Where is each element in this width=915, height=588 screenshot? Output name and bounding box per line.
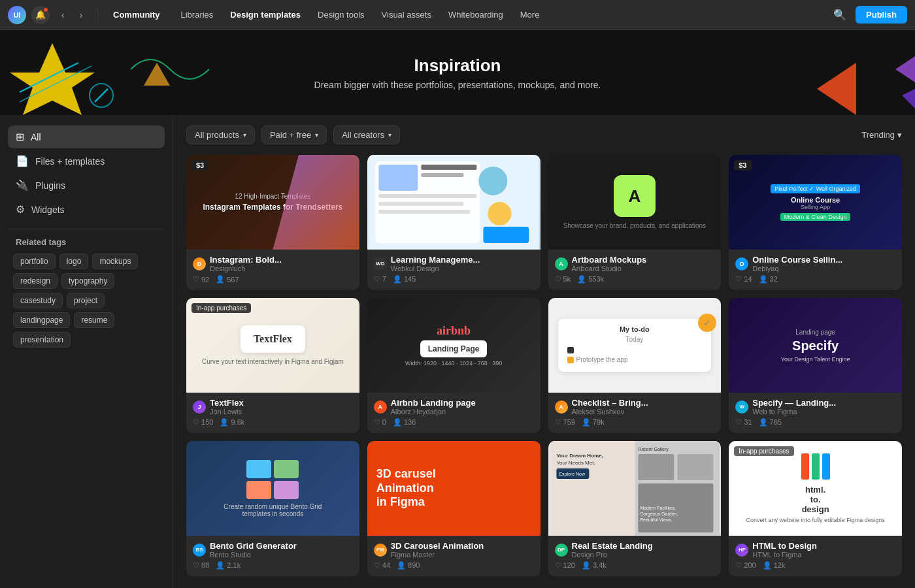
sidebar: ⊞ All 📄 Files + templates 🔌 Plugins ⚙ Wi…: [0, 115, 173, 588]
sidebar-item-files[interactable]: 📄 Files + templates: [8, 150, 165, 172]
svg-text:Your Needs Met.: Your Needs Met.: [556, 460, 595, 466]
sidebar-all-label: All: [31, 132, 41, 142]
sidebar-divider: [8, 229, 165, 229]
card-author: Figma Master: [391, 551, 484, 559]
card-lms[interactable]: WD Learning Manageme... Webkul Design ♡ …: [367, 155, 541, 290]
card-name: Specify — Landing...: [752, 398, 836, 408]
paid-free-filter[interactable]: Paid + free ▾: [261, 125, 327, 144]
publish-button[interactable]: Publish: [856, 6, 907, 24]
copies-stat: 👤 890: [397, 561, 420, 570]
copies-stat: 👤 145: [393, 275, 416, 284]
card-meta: A Checklist – Bring... Aleksei Sushkov: [555, 398, 715, 416]
design-tools-link[interactable]: Design tools: [310, 6, 373, 24]
forward-button[interactable]: ›: [73, 7, 89, 23]
back-button[interactable]: ‹: [55, 7, 71, 23]
hero-banner: Inspiration Dream bigger with these port…: [0, 30, 915, 115]
notification-dot: [43, 7, 48, 12]
more-link[interactable]: More: [512, 6, 548, 24]
card-info: A Airbnb Landing page Alborz Heydarjan ♡…: [367, 393, 541, 433]
card-3dcarousel[interactable]: 3D caruselAnimationin Figma FM 3D Carous…: [367, 441, 541, 576]
card-avatar: HF: [735, 544, 748, 557]
card-name: Airbnb Landing page: [391, 398, 476, 408]
community-link[interactable]: Community: [105, 6, 168, 24]
sidebar-item-plugins[interactable]: 🔌 Plugins: [8, 174, 165, 197]
card-info: WD Learning Manageme... Webkul Design ♡ …: [367, 250, 541, 290]
card-artboard[interactable]: A Showcase your brand, products, and app…: [548, 155, 722, 290]
tag-typography[interactable]: typography: [61, 273, 114, 289]
sort-button[interactable]: Trending ▾: [861, 130, 902, 140]
copies-stat: 👤 136: [393, 418, 416, 427]
tag-landingpage[interactable]: landingpage: [13, 312, 70, 328]
card-author: Jon Lewis: [210, 408, 244, 416]
tag-portfolio[interactable]: portfolio: [13, 253, 56, 269]
card-online-course[interactable]: $3 Pixel Perfect ✓ Well Organized Online…: [729, 155, 902, 290]
card-meta: WD Learning Manageme... Webkul Design: [374, 255, 534, 272]
card-avatar: FM: [374, 544, 387, 557]
whiteboarding-link[interactable]: Whiteboarding: [441, 6, 511, 24]
copies-stat: 👤 553k: [577, 275, 604, 284]
likes-stat: ♡ 14: [735, 275, 752, 284]
tag-presentation[interactable]: presentation: [13, 332, 71, 348]
card-instagram[interactable]: $3 12 High-Impact Templates Instagram Te…: [186, 155, 359, 290]
sidebar-item-widgets[interactable]: ⚙ Widgets: [8, 198, 165, 221]
card-author: HTML to Figma: [752, 551, 817, 559]
card-stats: ♡ 759 👤 79k: [555, 418, 715, 427]
card-bento[interactable]: Create random unique Bento Gridtemplates…: [186, 441, 359, 576]
creators-filter[interactable]: All creators ▾: [333, 125, 400, 144]
libraries-link[interactable]: Libraries: [173, 6, 222, 24]
card-checklist[interactable]: My to-do Today Prototype the app ✓ A Che…: [548, 298, 722, 433]
thumb-content: Pixel Perfect ✓ Well Organized Online Co…: [729, 155, 902, 250]
card-realestate[interactable]: Your Dream Home, Your Needs Met. Explore…: [548, 441, 722, 576]
tag-resume[interactable]: resume: [74, 312, 114, 328]
card-info: A Checklist – Bring... Aleksei Sushkov ♡…: [548, 393, 722, 433]
card-avatar: D: [193, 257, 206, 270]
card-htmlto[interactable]: In-app purchases html.to.design Convert …: [729, 441, 902, 576]
likes-stat: ♡ 44: [374, 561, 390, 570]
tag-logo[interactable]: logo: [59, 253, 89, 269]
card-meta: J TextFlex Jon Lewis: [193, 398, 353, 416]
tag-casestudy[interactable]: casestudy: [13, 293, 63, 308]
sidebar-plugins-label: Plugins: [35, 180, 65, 191]
sidebar-item-all[interactable]: ⊞ All: [8, 125, 165, 148]
cards-grid: $3 12 High-Impact Templates Instagram Te…: [186, 155, 902, 576]
card-avatar: BS: [193, 544, 206, 557]
tag-project[interactable]: project: [67, 293, 105, 308]
iap-badge: In-app purchases: [734, 446, 793, 456]
search-button[interactable]: 🔍: [829, 5, 850, 25]
visual-assets-link[interactable]: Visual assets: [374, 6, 439, 24]
notification-button[interactable]: 🔔: [31, 6, 50, 24]
thumb-content: [367, 155, 541, 250]
card-author: Webkul Design: [391, 265, 480, 272]
copy-icon: 👤: [216, 275, 225, 284]
likes-stat: ♡ 7: [374, 275, 386, 284]
card-author: Designluch: [210, 265, 282, 272]
iap-badge: In-app purchases: [191, 303, 251, 313]
tag-mockups[interactable]: mockups: [92, 253, 138, 269]
copies-stat: 👤 3.4k: [582, 561, 607, 570]
card-name: Real Estate Landing: [572, 541, 653, 551]
card-airbnb[interactable]: airbnb Landing Page Width: 1920 · 1440 ·…: [367, 298, 541, 433]
card-meta: DP Real Estate Landing Design Pro: [555, 541, 715, 559]
likes-stat: ♡ 120: [555, 561, 575, 570]
plugin-icon: 🔌: [16, 179, 29, 191]
card-meta: W Specify — Landing... Web to Figma: [735, 398, 895, 416]
card-avatar: D: [735, 257, 748, 270]
design-templates-link[interactable]: Design templates: [222, 6, 308, 24]
products-filter[interactable]: All products ▾: [186, 125, 255, 144]
card-thumbnail: My to-do Today Prototype the app ✓: [548, 298, 722, 393]
copies-stat: 👤 12k: [763, 561, 786, 570]
card-meta: A Airbnb Landing page Alborz Heydarjan: [374, 398, 534, 416]
likes-stat: ♡ 31: [735, 418, 752, 427]
card-specify[interactable]: Landing page Specify Your Design Talent …: [729, 298, 902, 433]
grid-icon: ⊞: [16, 131, 24, 143]
card-avatar: J: [193, 400, 206, 414]
card-info: J TextFlex Jon Lewis ♡ 150 👤 9.6k: [186, 393, 359, 433]
card-stats: ♡ 88 👤 2.1k: [193, 561, 353, 570]
card-author: Alborz Heydarjan: [391, 408, 476, 416]
card-textflex[interactable]: In-app purchases TextFlex Curve your tex…: [186, 298, 359, 433]
card-name: HTML to Design: [752, 541, 817, 551]
tag-redesign[interactable]: redesign: [13, 273, 58, 289]
user-avatar[interactable]: UI: [8, 6, 26, 24]
filter-bar: All products ▾ Paid + free ▾ All creator…: [186, 125, 902, 144]
price-badge: $3: [191, 160, 208, 171]
